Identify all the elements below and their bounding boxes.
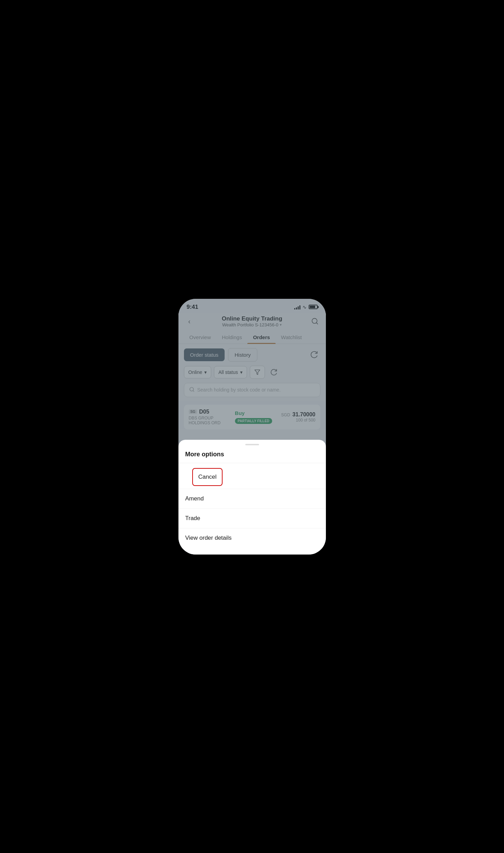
- status-time: 9:41: [187, 304, 198, 311]
- refresh-circle-button[interactable]: [308, 348, 320, 361]
- action-label: Buy: [235, 410, 277, 416]
- stock-action: Buy PARTIALLY FILLED: [235, 410, 277, 424]
- back-button[interactable]: ‹: [184, 316, 195, 327]
- status-icons: ∿: [294, 304, 318, 310]
- svg-line-4: [193, 390, 194, 392]
- portfolio-subtitle: Wealth Portfolio S-123456-0 ▾: [222, 322, 282, 327]
- nav-tabs: Overview Holdings Orders Watchlist: [178, 331, 326, 344]
- sheet-trade-button[interactable]: Trade: [178, 509, 326, 528]
- app-header: ‹ Online Equity Trading Wealth Portfolio…: [178, 313, 326, 331]
- stock-info: SG D05 DBS GROUPHOLDINGS ORD: [189, 409, 231, 425]
- stock-row[interactable]: SG D05 DBS GROUPHOLDINGS ORD Buy PARTIAL…: [184, 405, 320, 429]
- svg-line-1: [316, 323, 318, 324]
- order-status-button[interactable]: Order status: [184, 348, 225, 361]
- stock-name: DBS GROUPHOLDINGS ORD: [189, 416, 231, 425]
- filter-section: Order status History Online ▾ All status: [178, 344, 326, 401]
- chevron-down-icon: ▾: [204, 369, 207, 375]
- header-center: Online Equity Trading Wealth Portfolio S…: [222, 315, 282, 327]
- stock-code-row: SG D05: [189, 409, 231, 415]
- stock-price: SGD 31.70000 100 of 500: [281, 412, 315, 423]
- battery-icon: [309, 305, 318, 309]
- svg-marker-2: [255, 370, 260, 375]
- sheet-cancel-button[interactable]: Cancel: [192, 468, 223, 486]
- channel-dropdown[interactable]: Online ▾: [184, 366, 211, 378]
- filter-icon-button[interactable]: [250, 366, 265, 379]
- country-badge: SG: [189, 409, 197, 414]
- quantity-label: 100 of 500: [281, 418, 315, 423]
- history-button[interactable]: History: [228, 348, 257, 362]
- cancel-item-wrapper: Cancel: [178, 463, 326, 489]
- order-type-row: Order status History: [184, 348, 320, 362]
- chevron-down-icon[interactable]: ▾: [280, 323, 282, 327]
- tab-overview[interactable]: Overview: [184, 331, 217, 344]
- currency-label: SGD 31.70000: [281, 412, 315, 418]
- sheet-view-order-details-button[interactable]: View order details: [178, 528, 326, 548]
- status-bar: 9:41 ∿: [178, 299, 326, 313]
- search-bar[interactable]: Search holding by stock code or name.: [184, 383, 320, 397]
- header-search-button[interactable]: [309, 316, 320, 327]
- status-badge: PARTIALLY FILLED: [235, 418, 272, 424]
- tab-watchlist[interactable]: Watchlist: [276, 331, 307, 344]
- tab-holdings[interactable]: Holdings: [216, 331, 247, 344]
- tab-orders[interactable]: Orders: [247, 331, 275, 344]
- sheet-title: More options: [178, 451, 326, 463]
- status-dropdown[interactable]: All status ▾: [214, 366, 247, 378]
- stock-code: D05: [199, 409, 209, 415]
- search-icon: [189, 387, 195, 393]
- signal-icon: [294, 305, 300, 309]
- price-value: 31.70000: [292, 412, 316, 417]
- filter-row: Online ▾ All status ▾: [184, 366, 320, 379]
- search-placeholder: Search holding by stock code or name.: [197, 387, 281, 393]
- sheet-amend-button[interactable]: Amend: [178, 489, 326, 508]
- chevron-down-icon: ▾: [240, 369, 243, 375]
- bottom-sheet: More options Cancel Amend Trade View ord…: [178, 440, 326, 555]
- app-title: Online Equity Trading: [222, 315, 282, 322]
- refresh-small-button[interactable]: [268, 366, 280, 378]
- wifi-icon: ∿: [302, 304, 307, 310]
- sheet-handle: [245, 444, 259, 445]
